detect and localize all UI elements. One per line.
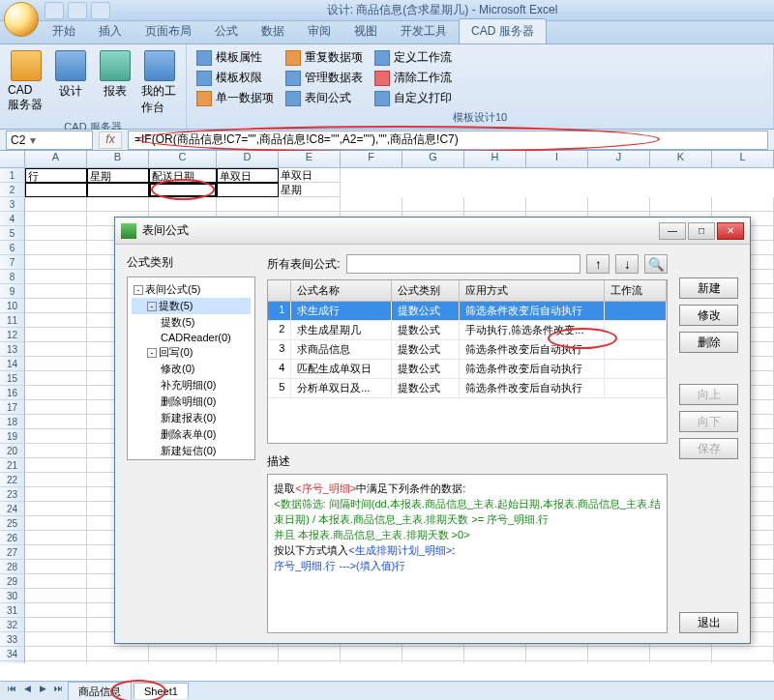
cell[interactable]	[526, 647, 588, 661]
rowhdr[interactable]: 29	[0, 574, 25, 589]
table-row[interactable]: 1求生成行提数公式筛选条件改变后自动执行	[268, 302, 667, 321]
cell[interactable]	[87, 197, 149, 212]
cell[interactable]	[217, 661, 279, 663]
colhdr[interactable]: L	[712, 151, 774, 167]
rowhdr[interactable]: 14	[0, 357, 25, 371]
rowhdr[interactable]: 13	[0, 342, 25, 357]
cell[interactable]	[149, 647, 217, 661]
edit-button[interactable]: 修改	[679, 305, 738, 326]
rowhdr[interactable]: 35	[0, 661, 25, 663]
exit-button[interactable]: 退出	[679, 612, 738, 633]
tab-dev[interactable]: 开发工具	[389, 19, 459, 44]
tab-cad[interactable]: CAD 服务器	[459, 18, 547, 44]
cell[interactable]	[25, 212, 87, 226]
cell[interactable]	[25, 444, 87, 458]
tree-item[interactable]: -提数(5)	[132, 298, 251, 314]
cell[interactable]: 单双日	[279, 168, 341, 183]
formula-input[interactable]: =IF(OR(商品信息!C7="",商品信息!C8="",A2=""),"",商…	[128, 131, 768, 150]
cell[interactable]: 单双日	[217, 168, 279, 183]
cell[interactable]	[464, 647, 526, 661]
search-input[interactable]	[346, 254, 581, 274]
rowhdr[interactable]: 33	[0, 632, 25, 647]
tab-review[interactable]: 审阅	[296, 19, 342, 44]
tree-item[interactable]: 修改(0)	[132, 361, 251, 377]
rowhdr[interactable]: 5	[0, 226, 25, 241]
colhdr[interactable]: K	[650, 151, 712, 167]
last-sheet-icon[interactable]: ⏭	[50, 684, 66, 699]
cell[interactable]	[25, 371, 87, 386]
cell[interactable]	[25, 574, 87, 589]
tab-insert[interactable]: 插入	[87, 19, 134, 44]
cell[interactable]	[279, 647, 341, 661]
btn-cad-server[interactable]: CAD 服务器	[6, 48, 46, 118]
tab-data[interactable]: 数据	[250, 19, 296, 44]
cell[interactable]	[650, 661, 712, 663]
cell[interactable]: 配送日期	[149, 168, 217, 183]
rowhdr[interactable]: 22	[0, 473, 25, 487]
dialog-titlebar[interactable]: 表间公式 — □ ✕	[115, 218, 750, 245]
colhdr[interactable]: B	[87, 151, 149, 167]
cell[interactable]	[25, 632, 87, 647]
cell[interactable]	[217, 183, 279, 197]
cell[interactable]	[25, 400, 87, 415]
cell[interactable]	[25, 386, 87, 400]
maximize-button[interactable]: □	[688, 222, 715, 240]
table-row[interactable]: 3求商品信息提数公式筛选条件改变后自动执行	[268, 340, 667, 360]
btn-inter-formula[interactable]: 表间公式	[282, 89, 367, 107]
save-button[interactable]: 保存	[679, 438, 738, 459]
cell[interactable]	[25, 241, 87, 255]
cell[interactable]	[588, 197, 650, 212]
colhdr[interactable]: J	[588, 151, 650, 167]
cell[interactable]	[712, 647, 774, 661]
cell[interactable]: 星期	[87, 168, 149, 183]
select-all[interactable]	[0, 151, 25, 167]
cell[interactable]	[87, 647, 149, 661]
rowhdr[interactable]: 32	[0, 618, 25, 632]
cell[interactable]	[650, 647, 712, 661]
cell[interactable]	[25, 429, 87, 444]
cell[interactable]	[217, 197, 279, 212]
new-button[interactable]: 新建	[679, 277, 738, 299]
colhdr[interactable]: C	[149, 151, 217, 167]
cell[interactable]	[149, 661, 217, 663]
rowhdr[interactable]: 12	[0, 328, 25, 342]
cell[interactable]	[149, 197, 217, 212]
colhdr[interactable]: A	[25, 151, 87, 167]
cell[interactable]	[341, 197, 402, 212]
btn-report[interactable]: 报表	[95, 48, 135, 118]
rowhdr[interactable]: 19	[0, 429, 25, 444]
cell[interactable]	[25, 531, 87, 545]
cell[interactable]	[588, 647, 650, 661]
cell[interactable]	[341, 661, 402, 663]
cell[interactable]	[402, 647, 464, 661]
rowhdr[interactable]: 20	[0, 444, 25, 458]
btn-design[interactable]: 设计	[50, 48, 91, 118]
cell[interactable]	[712, 661, 774, 663]
cell[interactable]	[279, 661, 341, 663]
cell[interactable]	[526, 661, 588, 663]
cell[interactable]	[25, 502, 87, 516]
rowhdr[interactable]: 2	[0, 183, 25, 197]
cell[interactable]	[588, 661, 650, 663]
cell[interactable]	[25, 458, 87, 473]
cell[interactable]	[25, 342, 87, 357]
btn-tpl-prop[interactable]: 模板属性	[193, 48, 278, 67]
rowhdr[interactable]: 4	[0, 212, 25, 226]
rowhdr[interactable]: 1	[0, 168, 25, 183]
rowhdr[interactable]: 27	[0, 545, 25, 560]
cell[interactable]	[650, 197, 712, 212]
category-tree[interactable]: -表间公式(5)-提数(5)提数(5)CADReader(0)-回写(0)修改(…	[127, 277, 255, 460]
rowhdr[interactable]: 15	[0, 371, 25, 386]
cell[interactable]	[402, 197, 464, 212]
table-row[interactable]: 5分析单双日及...提数公式筛选条件改变后自动执行	[268, 379, 667, 398]
office-orb[interactable]	[4, 2, 39, 37]
tree-item[interactable]: 删除明细(0)	[132, 394, 251, 410]
tree-item[interactable]: 补充明细(0)	[132, 377, 251, 394]
rowhdr[interactable]: 23	[0, 487, 25, 502]
cell[interactable]	[25, 487, 87, 502]
cell[interactable]	[25, 255, 87, 270]
tree-item[interactable]: 删除表单(0)	[132, 426, 251, 443]
search-icon[interactable]: 🔍	[644, 254, 668, 274]
cell[interactable]	[341, 647, 402, 661]
cell[interactable]	[25, 545, 87, 560]
